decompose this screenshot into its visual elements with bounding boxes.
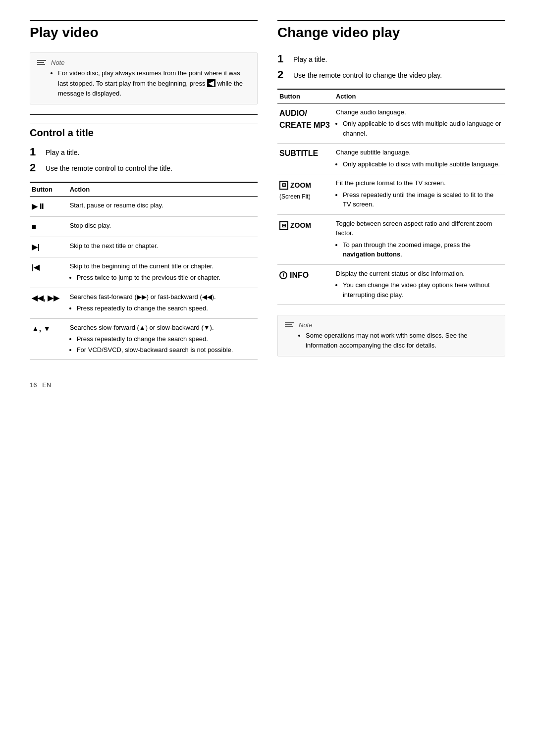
info-icon: i [279, 271, 287, 279]
step-text-1: Play a title. [293, 52, 327, 65]
button-cell: ▶| [30, 237, 68, 257]
button-cell: SUBTITLE [277, 144, 334, 174]
col-action: Action [68, 182, 258, 197]
action-bullets: Only applicable to discs with multiple a… [343, 119, 501, 138]
audio-button-label: AUDIO/CREATE MP3 [279, 109, 330, 129]
play-video-note: Note For video disc, play always resumes… [30, 52, 258, 104]
bullet-item: Press twice to jump to the previous titl… [77, 273, 254, 283]
play-pause-symbol: ▶⏸ [32, 202, 45, 210]
col-button: Button [277, 89, 334, 103]
step-text-1: Play a title. [46, 146, 79, 158]
table-row: |◀ Skip to the beginning of the current … [30, 257, 258, 288]
prev-icon: ◀ [207, 79, 215, 87]
page-footer: 16 EN [30, 381, 505, 389]
action-cell: Change audio language. Only applicable t… [334, 103, 505, 144]
play-video-title: Play video [30, 20, 258, 45]
info-label: INFO [290, 269, 309, 281]
bullet-item: To pan through the zoomed image, press t… [343, 240, 501, 259]
note-icon [285, 322, 294, 327]
zoom-label: ZOOM [290, 220, 311, 231]
bullet-item: Press repeatedly to change the search sp… [77, 334, 254, 344]
action-cell: Stop disc play. [68, 216, 258, 237]
action-bullets: Press twice to jump to the previous titl… [77, 273, 254, 283]
note-bullet-1: Some operations may not work with some d… [306, 331, 498, 350]
bullet-item: You can change the video play options he… [343, 280, 501, 300]
action-cell: Skip to the next title or chapter. [68, 237, 258, 257]
zoom-screenfit-button: ⊞ ZOOM [279, 180, 311, 191]
zoom-icon: ⊞ [279, 221, 288, 230]
bullet-item: For VCD/SVCD, slow-backward search is no… [77, 345, 254, 355]
table-row: ⊞ ZOOM Toggle between screen aspect rati… [277, 214, 505, 264]
button-cell: |◀ [30, 257, 68, 288]
bullet-item: Press repeatedly until the image is scal… [343, 190, 501, 209]
action-bullets: You can change the video play options he… [343, 280, 501, 300]
page-lang: EN [42, 381, 51, 389]
table-row: SUBTITLE Change subtitle language. Only … [277, 144, 505, 174]
button-cell: ⊞ ZOOM [277, 214, 334, 264]
step-number-1: 1 [277, 52, 288, 65]
step-number-2: 2 [277, 68, 288, 81]
change-video-title: Change video play [277, 20, 505, 45]
action-cell: Display the current status or disc infor… [334, 264, 505, 305]
action-cell: Searches slow-forward (▲) or slow-backwa… [68, 318, 258, 360]
bullet-item: Only applicable to discs with multiple a… [343, 119, 501, 138]
right-note: Note Some operations may not work with s… [277, 315, 505, 356]
table-row: ▶| Skip to the next title or chapter. [30, 237, 258, 257]
action-cell: Start, pause or resume disc play. [68, 196, 258, 216]
slow-symbol: ▲, ▼ [32, 324, 51, 333]
zoom-button: ⊞ ZOOM [279, 220, 311, 231]
section-divider [30, 114, 258, 115]
button-cell: ⊞ ZOOM (Screen Fit) [277, 174, 334, 215]
table-row: ■ Stop disc play. [30, 216, 258, 237]
note-label: Note [51, 59, 250, 66]
zoom-icon: ⊞ [279, 181, 288, 190]
action-cell: Change subtitle language. Only applicabl… [334, 144, 505, 174]
step-number-1: 1 [30, 146, 41, 158]
nav-buttons-bold: navigation buttons [343, 251, 400, 258]
subtitle-button-label: SUBTITLE [279, 149, 318, 157]
action-bullets: Press repeatedly to change the search sp… [77, 334, 254, 354]
note-bullet-1: For video disc, play always resumes from… [58, 68, 250, 98]
note-bullets: For video disc, play always resumes from… [58, 68, 250, 98]
table-row: AUDIO/CREATE MP3 Change audio language. … [277, 103, 505, 144]
action-bullets: Only applicable to discs with multiple s… [343, 159, 501, 169]
change-step-1: 1 Play a title. [277, 52, 505, 65]
step-text-2: Use the remote control to change the vid… [293, 68, 442, 81]
col-action: Action [334, 89, 505, 103]
change-step-2: 2 Use the remote control to change the v… [277, 68, 505, 81]
change-video-table: Button Action AUDIO/CREATE MP3 Change au… [277, 89, 505, 305]
bullet-item: Only applicable to discs with multiple s… [343, 159, 501, 169]
action-cell: Toggle between screen aspect ratio and d… [334, 214, 505, 264]
button-cell: i INFO [277, 264, 334, 305]
page-number: 16 [30, 381, 37, 389]
ff-fb-symbol: ◀◀, ▶▶ [32, 294, 59, 302]
stop-symbol: ■ [32, 222, 36, 231]
action-cell: Searches fast-forward (▶▶) or fast-backw… [68, 288, 258, 318]
button-cell: ▶⏸ [30, 196, 68, 216]
note-bullets: Some operations may not work with some d… [306, 331, 498, 350]
page-layout: Play video Note For video disc, play alw… [30, 20, 505, 366]
table-row: ▲, ▼ Searches slow-forward (▲) or slow-b… [30, 318, 258, 360]
action-cell: Fit the picture format to the TV screen.… [334, 174, 505, 215]
button-cell: AUDIO/CREATE MP3 [277, 103, 334, 144]
note-icon [37, 60, 46, 65]
info-button: i INFO [279, 269, 309, 281]
button-cell: ▲, ▼ [30, 318, 68, 360]
action-bullets: To pan through the zoomed image, press t… [343, 240, 501, 259]
skip-next-symbol: ▶| [32, 243, 40, 251]
bullet-item: Press repeatedly to change the search sp… [77, 303, 254, 313]
note-label: Note [299, 321, 498, 329]
table-row: i INFO Display the current status or dis… [277, 264, 505, 305]
screenfit-label: (Screen Fit) [279, 192, 330, 201]
button-cell: ◀◀, ▶▶ [30, 288, 68, 318]
control-steps: 1 Play a title. 2 Use the remote control… [30, 146, 258, 175]
skip-prev-symbol: |◀ [32, 263, 40, 271]
button-cell: ■ [30, 216, 68, 237]
step-text-2: Use the remote control to control the ti… [46, 161, 172, 174]
note-content: Note Some operations may not work with s… [299, 321, 498, 350]
table-row: ⊞ ZOOM (Screen Fit) Fit the picture form… [277, 174, 505, 215]
control-table: Button Action ▶⏸ Start, pause or resume … [30, 182, 258, 360]
action-bullets: Press repeatedly until the image is scal… [343, 190, 501, 209]
left-column: Play video Note For video disc, play alw… [30, 20, 258, 366]
col-button: Button [30, 182, 68, 197]
